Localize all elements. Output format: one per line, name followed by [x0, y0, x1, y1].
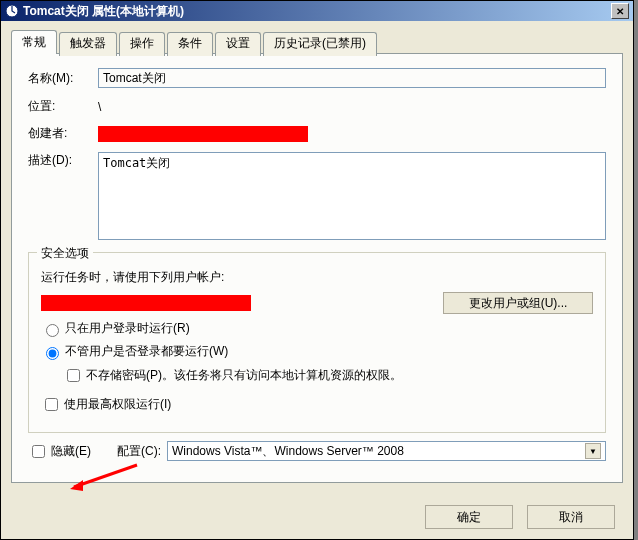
location-value: \: [98, 100, 101, 114]
highest-priv-label: 使用最高权限运行(I): [64, 396, 171, 413]
titlebar[interactable]: Tomcat关闭 属性(本地计算机) ✕: [1, 1, 633, 21]
annotation-arrow-icon: [69, 463, 139, 495]
ok-button[interactable]: 确定: [425, 505, 513, 529]
author-redacted: [98, 126, 308, 142]
hidden-check[interactable]: [32, 445, 45, 458]
cancel-button[interactable]: 取消: [527, 505, 615, 529]
run-whether-label: 不管用户是否登录都要运行(W): [65, 343, 228, 360]
change-user-button[interactable]: 更改用户或组(U)...: [443, 292, 593, 314]
window-title: Tomcat关闭 属性(本地计算机): [23, 3, 611, 20]
author-label: 创建者:: [28, 125, 98, 142]
no-store-pwd-check[interactable]: [67, 369, 80, 382]
no-store-pwd-label: 不存储密码(P)。该任务将只有访问本地计算机资源的权限。: [86, 367, 402, 384]
tab-history[interactable]: 历史记录(已禁用): [263, 32, 377, 56]
name-input[interactable]: [98, 68, 606, 88]
tab-conditions[interactable]: 条件: [167, 32, 213, 56]
location-label: 位置:: [28, 98, 98, 115]
general-panel: 名称(M): 位置: \ 创建者: 描述(D): 安全选项 运行任务时，请使用下…: [11, 53, 623, 483]
configure-value: Windows Vista™、Windows Server™ 2008: [172, 443, 404, 460]
tab-settings[interactable]: 设置: [215, 32, 261, 56]
security-legend: 安全选项: [37, 245, 93, 262]
app-icon: [5, 4, 19, 18]
close-button[interactable]: ✕: [611, 3, 629, 19]
tab-actions[interactable]: 操作: [119, 32, 165, 56]
security-options-group: 安全选项 运行任务时，请使用下列用户帐户: 更改用户或组(U)... 只在用户登…: [28, 252, 606, 433]
hidden-label: 隐藏(E): [51, 443, 101, 460]
tab-general[interactable]: 常规: [11, 30, 57, 54]
only-logged-label: 只在用户登录时运行(R): [65, 320, 190, 337]
name-label: 名称(M):: [28, 70, 98, 87]
tab-triggers[interactable]: 触发器: [59, 32, 117, 56]
highest-priv-check[interactable]: [45, 398, 58, 411]
dialog-buttons: 确定 取消: [425, 505, 615, 529]
only-logged-radio[interactable]: [46, 324, 59, 337]
chevron-down-icon: ▼: [585, 443, 601, 459]
configure-select[interactable]: Windows Vista™、Windows Server™ 2008 ▼: [167, 441, 606, 461]
run-whether-radio[interactable]: [46, 347, 59, 360]
properties-dialog: Tomcat关闭 属性(本地计算机) ✕ 常规 触发器 操作 条件 设置 历史记…: [0, 0, 634, 540]
tab-strip: 常规 触发器 操作 条件 设置 历史记录(已禁用): [11, 30, 623, 54]
description-label: 描述(D):: [28, 152, 98, 169]
configure-label: 配置(C):: [101, 443, 161, 460]
run-as-label: 运行任务时，请使用下列用户帐户:: [41, 269, 224, 286]
account-redacted: [41, 295, 251, 311]
description-input[interactable]: [98, 152, 606, 240]
